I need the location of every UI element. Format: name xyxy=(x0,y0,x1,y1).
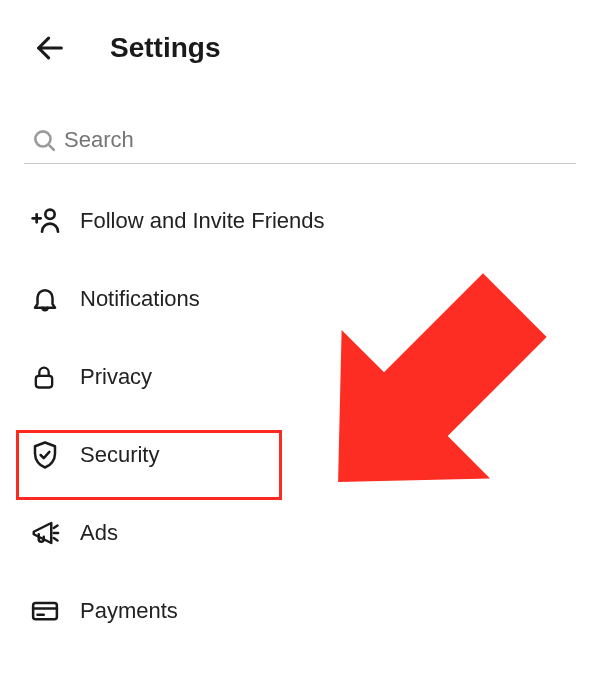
lock-icon xyxy=(30,362,58,392)
search-row[interactable] xyxy=(24,116,576,164)
menu-label-notifications: Notifications xyxy=(80,286,200,312)
svg-rect-6 xyxy=(36,376,52,388)
menu-item-ads[interactable]: Ads xyxy=(0,494,600,572)
add-person-icon xyxy=(30,205,62,237)
back-button[interactable] xyxy=(30,28,70,68)
shield-check-icon xyxy=(30,440,60,470)
menu-item-security[interactable]: Security xyxy=(0,416,600,494)
menu-label-follow: Follow and Invite Friends xyxy=(80,208,325,234)
svg-line-2 xyxy=(49,144,54,149)
menu-label-privacy: Privacy xyxy=(80,364,152,390)
header: Settings xyxy=(0,0,600,86)
bell-icon xyxy=(30,284,60,314)
menu-item-notifications[interactable]: Notifications xyxy=(0,260,600,338)
menu-label-security: Security xyxy=(80,442,159,468)
svg-line-7 xyxy=(54,526,58,529)
megaphone-icon xyxy=(30,518,60,548)
search-icon xyxy=(24,120,64,160)
search-input[interactable] xyxy=(64,127,576,153)
svg-point-3 xyxy=(45,210,54,219)
svg-rect-10 xyxy=(33,603,57,619)
arrow-left-icon xyxy=(33,31,67,65)
menu-label-payments: Payments xyxy=(80,598,178,624)
menu-item-privacy[interactable]: Privacy xyxy=(0,338,600,416)
menu-label-ads: Ads xyxy=(80,520,118,546)
svg-line-9 xyxy=(54,538,58,541)
menu-item-payments[interactable]: Payments xyxy=(0,572,600,650)
menu-item-follow[interactable]: Follow and Invite Friends xyxy=(0,182,600,260)
settings-list: Follow and Invite Friends Notifications … xyxy=(0,182,600,650)
card-icon xyxy=(30,596,60,626)
page-title: Settings xyxy=(110,32,220,64)
